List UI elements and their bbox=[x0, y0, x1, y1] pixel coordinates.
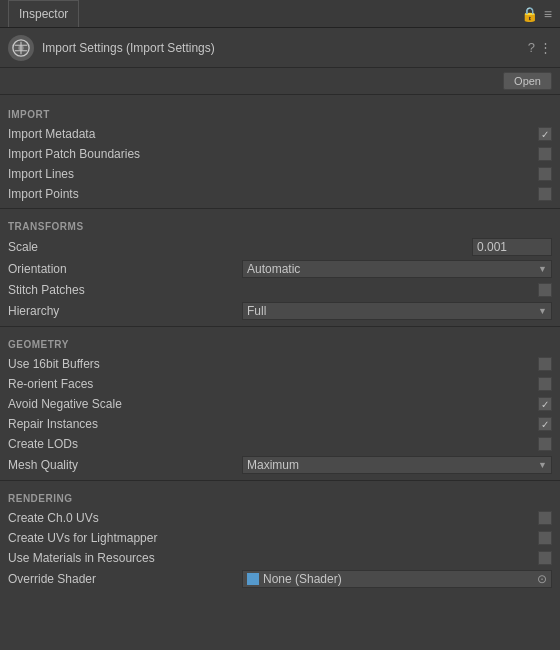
row-create-ch0-uvs: Create Ch.0 UVs bbox=[0, 508, 560, 528]
value-import-points bbox=[538, 187, 552, 201]
checkbox-import-metadata[interactable] bbox=[538, 127, 552, 141]
checkbox-import-lines[interactable] bbox=[538, 167, 552, 181]
shader-value-text: None (Shader) bbox=[263, 572, 342, 586]
label-create-uvs-lightmapper: Create UVs for Lightmapper bbox=[8, 531, 538, 545]
inspector-tab-label: Inspector bbox=[19, 7, 68, 21]
help-icon[interactable]: ? bbox=[528, 40, 535, 55]
checkbox-use-materials-resources[interactable] bbox=[538, 551, 552, 565]
label-import-lines: Import Lines bbox=[8, 167, 538, 181]
checkbox-use-16bit[interactable] bbox=[538, 357, 552, 371]
value-stitch-patches bbox=[538, 283, 552, 297]
value-repair-instances bbox=[538, 417, 552, 431]
label-mesh-quality: Mesh Quality bbox=[8, 458, 242, 472]
checkbox-avoid-negative-scale[interactable] bbox=[538, 397, 552, 411]
settings-icon[interactable]: ⋮ bbox=[539, 40, 552, 55]
inspector-title: Import Settings (Import Settings) bbox=[42, 41, 528, 55]
value-import-metadata bbox=[538, 127, 552, 141]
value-mesh-quality: Maximum ▼ bbox=[242, 456, 552, 474]
value-create-ch0-uvs bbox=[538, 511, 552, 525]
value-import-patch-boundaries bbox=[538, 147, 552, 161]
unity-logo bbox=[8, 35, 34, 61]
row-reorient-faces: Re-orient Faces bbox=[0, 374, 560, 394]
row-import-metadata: Import Metadata bbox=[0, 124, 560, 144]
section-rendering: RENDERING bbox=[0, 485, 560, 508]
value-use-materials-resources bbox=[538, 551, 552, 565]
label-scale: Scale bbox=[8, 240, 472, 254]
checkbox-create-uvs-lightmapper[interactable] bbox=[538, 531, 552, 545]
divider-3 bbox=[0, 480, 560, 481]
shader-icon bbox=[247, 573, 259, 585]
checkbox-reorient-faces[interactable] bbox=[538, 377, 552, 391]
input-scale[interactable] bbox=[472, 238, 552, 256]
row-orientation: Orientation Automatic ▼ bbox=[0, 258, 560, 280]
checkbox-stitch-patches[interactable] bbox=[538, 283, 552, 297]
checkbox-import-patch-boundaries[interactable] bbox=[538, 147, 552, 161]
open-button[interactable]: Open bbox=[503, 72, 552, 90]
value-import-lines bbox=[538, 167, 552, 181]
inspector-header: Import Settings (Import Settings) ? ⋮ bbox=[0, 28, 560, 68]
value-use-16bit bbox=[538, 357, 552, 371]
lock-icon[interactable]: 🔒 bbox=[521, 6, 538, 22]
value-scale bbox=[472, 238, 552, 256]
row-repair-instances: Repair Instances bbox=[0, 414, 560, 434]
label-hierarchy: Hierarchy bbox=[8, 304, 242, 318]
checkbox-repair-instances[interactable] bbox=[538, 417, 552, 431]
shader-select-icon[interactable]: ⊙ bbox=[537, 572, 547, 586]
checkbox-create-lods[interactable] bbox=[538, 437, 552, 451]
value-avoid-negative-scale bbox=[538, 397, 552, 411]
row-import-patch-boundaries: Import Patch Boundaries bbox=[0, 144, 560, 164]
menu-icon[interactable]: ≡ bbox=[544, 6, 552, 22]
row-import-points: Import Points bbox=[0, 184, 560, 204]
divider-1 bbox=[0, 208, 560, 209]
section-geometry: GEOMETRY bbox=[0, 331, 560, 354]
open-button-row: Open bbox=[0, 68, 560, 95]
dropdown-hierarchy[interactable]: Full ▼ bbox=[242, 302, 552, 320]
checkbox-import-points[interactable] bbox=[538, 187, 552, 201]
section-transforms: TRANSFORMS bbox=[0, 213, 560, 236]
label-use-16bit: Use 16bit Buffers bbox=[8, 357, 538, 371]
row-mesh-quality: Mesh Quality Maximum ▼ bbox=[0, 454, 560, 476]
label-stitch-patches: Stitch Patches bbox=[8, 283, 538, 297]
value-orientation: Automatic ▼ bbox=[242, 260, 552, 278]
label-create-ch0-uvs: Create Ch.0 UVs bbox=[8, 511, 538, 525]
title-bar: Inspector 🔒 ≡ bbox=[0, 0, 560, 28]
row-hierarchy: Hierarchy Full ▼ bbox=[0, 300, 560, 322]
row-use-16bit: Use 16bit Buffers bbox=[0, 354, 560, 374]
divider-2 bbox=[0, 326, 560, 327]
label-use-materials-resources: Use Materials in Resources bbox=[8, 551, 538, 565]
label-orientation: Orientation bbox=[8, 262, 242, 276]
svg-point-1 bbox=[18, 45, 23, 50]
dropdown-hierarchy-arrow: ▼ bbox=[538, 306, 547, 316]
dropdown-orientation-arrow: ▼ bbox=[538, 264, 547, 274]
inspector-header-icons: ? ⋮ bbox=[528, 40, 552, 55]
value-hierarchy: Full ▼ bbox=[242, 302, 552, 320]
row-use-materials-resources: Use Materials in Resources bbox=[0, 548, 560, 568]
label-import-patch-boundaries: Import Patch Boundaries bbox=[8, 147, 538, 161]
dropdown-mesh-quality-text: Maximum bbox=[247, 458, 534, 472]
dropdown-orientation[interactable]: Automatic ▼ bbox=[242, 260, 552, 278]
row-create-lods: Create LODs bbox=[0, 434, 560, 454]
dropdown-mesh-quality[interactable]: Maximum ▼ bbox=[242, 456, 552, 474]
label-import-metadata: Import Metadata bbox=[8, 127, 538, 141]
row-override-shader: Override Shader None (Shader) ⊙ bbox=[0, 568, 560, 590]
title-bar-icons: 🔒 ≡ bbox=[521, 6, 552, 22]
checkbox-create-ch0-uvs[interactable] bbox=[538, 511, 552, 525]
label-reorient-faces: Re-orient Faces bbox=[8, 377, 538, 391]
row-create-uvs-lightmapper: Create UVs for Lightmapper bbox=[0, 528, 560, 548]
label-create-lods: Create LODs bbox=[8, 437, 538, 451]
content-area: IMPORT Import Metadata Import Patch Boun… bbox=[0, 95, 560, 649]
value-create-uvs-lightmapper bbox=[538, 531, 552, 545]
label-avoid-negative-scale: Avoid Negative Scale bbox=[8, 397, 538, 411]
row-scale: Scale bbox=[0, 236, 560, 258]
dropdown-mesh-quality-arrow: ▼ bbox=[538, 460, 547, 470]
value-override-shader[interactable]: None (Shader) ⊙ bbox=[242, 570, 552, 588]
row-avoid-negative-scale: Avoid Negative Scale bbox=[0, 394, 560, 414]
label-override-shader: Override Shader bbox=[8, 572, 242, 586]
dropdown-orientation-text: Automatic bbox=[247, 262, 534, 276]
row-import-lines: Import Lines bbox=[0, 164, 560, 184]
row-stitch-patches: Stitch Patches bbox=[0, 280, 560, 300]
value-create-lods bbox=[538, 437, 552, 451]
label-repair-instances: Repair Instances bbox=[8, 417, 538, 431]
inspector-tab[interactable]: Inspector bbox=[8, 0, 79, 27]
value-reorient-faces bbox=[538, 377, 552, 391]
